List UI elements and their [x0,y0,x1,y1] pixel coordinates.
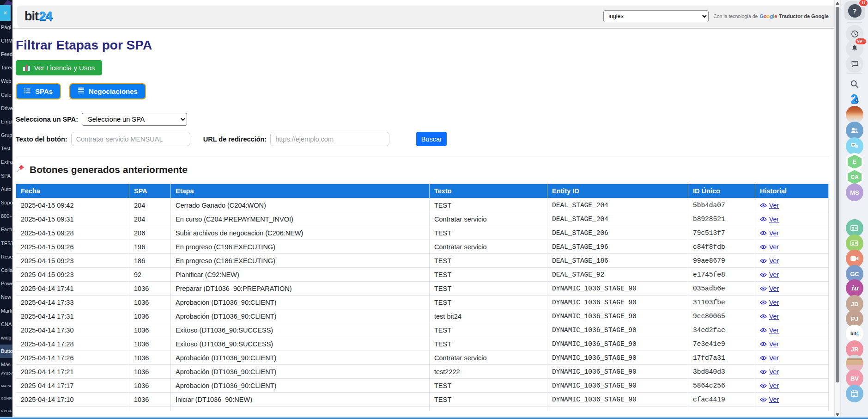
calendar-icon[interactable] [846,385,863,402]
cell-fecha: 2025-04-15 09:23 [16,268,129,282]
avatar-jr-label: JR [851,346,859,353]
cell-texto: TEST [430,254,547,268]
cell-texto: TEST [430,379,547,393]
cell-entity-id: DYNAMIC_1036_STAGE_90 [547,351,688,365]
sidebar-item-extra[interactable]: Extra [0,155,12,169]
view-history-link[interactable]: Ver [760,354,779,362]
col-fecha: Fecha [16,184,129,198]
hexagon-e-label: E [848,155,862,169]
sidebar-item-butto[interactable]: Butto [0,345,12,358]
table-row: 2025-04-14 17:311036Aprobación (DT1036_9… [16,309,829,323]
redirect-url-input[interactable] [270,132,389,146]
table-row: 2025-04-15 09:42204Cerrado Ganado (C204:… [16,198,829,212]
view-history-link[interactable]: Ver [760,271,779,278]
view-license-button[interactable]: Ver Licencia y Usos [16,60,102,75]
spas-label: SPAs [35,87,53,95]
scrollbar-up-arrow[interactable] [835,0,840,6]
attribution-prefix: Con la tecnología de [713,13,758,19]
sidebar-item-800[interactable]: 800+ [0,210,12,223]
sidebar-item-cale[interactable]: Cale [0,88,12,101]
sidebar-item-feed[interactable]: Feed [0,47,12,61]
cell-historial: Ver [755,282,829,296]
button-text-label: Texto del botón: [16,136,67,143]
cell-id-unico: 31103fbe [688,296,755,309]
cell-id-unico: 34ed2fae [688,323,755,337]
button-text-input[interactable] [71,132,190,146]
sidebar-item-factu[interactable]: Factu [0,223,12,236]
sidebar-footer-ayuda[interactable]: AYUDA [0,367,12,380]
search-button[interactable]: Buscar [416,132,447,146]
main-content: Filtrar Etapas por SPA Ver Licencia y Us… [12,29,834,419]
view-history-link[interactable]: Ver [760,313,779,320]
avatar-iu-label: iu [851,284,859,292]
avatar-woman[interactable] [846,106,863,123]
sidebar-item-colla[interactable]: Colla [0,263,12,277]
help-button[interactable]: ? 11 [844,1,865,20]
avatar-ms[interactable]: MS [846,184,863,201]
sidebar-item-rese[interactable]: Rese [0,250,12,263]
sidebar-item-widg[interactable]: widg [0,331,12,344]
sidebar-item-web[interactable]: Web [0,74,12,88]
sidebar-item-test[interactable]: Test [0,142,12,155]
view-history-link[interactable]: Ver [760,243,779,251]
view-history-link[interactable]: Ver [760,229,779,237]
cell-etapa: En curso (C204:PREPAYMENT_INVOI) [171,212,430,226]
sidebar-item-mark[interactable]: Mark [0,304,12,317]
col-id-unico: ID Único [688,184,755,198]
view-history-link[interactable]: Ver [760,382,779,389]
view-history-link[interactable]: Ver [760,396,779,403]
spas-button[interactable]: SPAs [16,83,61,99]
scrollbar-thumb[interactable] [836,7,839,382]
view-history-link[interactable]: Ver [760,299,779,306]
cell-historial: Ver [755,198,829,212]
language-select[interactable]: inglés [603,10,709,22]
cell-id-unico: 79c513f7 [688,226,755,240]
sidebar-footer-nvita[interactable]: NVITA [0,405,12,417]
sidebar-item-grup[interactable]: Grup [0,129,12,142]
negotiations-button[interactable]: Negociaciones [69,83,146,99]
sidebar-item-pgi[interactable]: Pági [0,20,12,34]
bit24-app-icon[interactable]: bit4 [846,325,863,342]
sidebar-item-sopo[interactable]: Sopo [0,196,12,209]
sidebar-close-button[interactable]: × [0,5,11,21]
cell-historial: Ver [755,351,829,365]
cell-texto: Contratar servicio [430,240,547,254]
employees-icon[interactable] [846,122,863,139]
avatar-iu[interactable]: iu [846,279,863,297]
sidebar-item-spa[interactable]: SPA [0,169,12,182]
sidebar-footer-mapa[interactable]: MAPA [0,380,12,392]
sidebar-item-drive[interactable]: Drive [0,101,12,115]
view-history-link[interactable]: Ver [760,368,779,376]
sidebar-item-cna[interactable]: CNA [0,317,12,331]
cell-fecha: 2025-04-14 17:33 [16,296,129,309]
messenger-icon[interactable] [846,137,863,155]
cell-id-unico: 9cc80065 [688,309,755,323]
cell-historial: Ver [755,254,829,268]
view-history-link[interactable]: Ver [760,327,779,334]
sidebar-item-tarea[interactable]: Tarea [0,61,12,74]
view-history-link[interactable]: Ver [760,216,779,223]
view-history-link[interactable]: Ver [760,202,779,209]
view-history-link[interactable]: Ver [760,257,779,265]
spa-select[interactable]: Seleccione un SPA [82,113,187,126]
vertical-scrollbar[interactable] [834,0,841,419]
sidebar-item-test[interactable]: TEST [0,236,12,250]
view-history-link[interactable]: Ver [760,285,779,292]
sidebar-item-auto[interactable]: Auto [0,182,12,196]
table-row: 2025-04-14 17:281036Exitoso (DT1036_90:S… [16,337,829,351]
cell-entity-id: DEAL_STAGE_92 [547,268,688,282]
cell-entity-id: DYNAMIC_1036_STAGE_90 [547,337,688,351]
chat-icon[interactable] [846,55,863,73]
sidebar-item-new[interactable]: New [0,290,12,304]
sidebar-footer-config[interactable]: CONFIG [0,392,12,405]
sidebar-item-crm[interactable]: CRM [0,34,12,47]
cell-fecha: 2025-04-14 17:31 [16,309,129,323]
cell-texto: Contratar servicio [430,351,547,365]
sidebar-item-powe[interactable]: Powe [0,277,12,290]
view-history-link[interactable]: Ver [760,340,779,348]
sidebar-item-empl[interactable]: Empl [0,115,12,128]
bitrix24-logo-icon[interactable]: 24 [846,90,863,108]
cell-historial: Ver [755,226,829,240]
cell-texto: test2222 [430,365,547,379]
table-row: 2025-04-14 17:331036Aprobación (DT1036_9… [16,296,829,309]
